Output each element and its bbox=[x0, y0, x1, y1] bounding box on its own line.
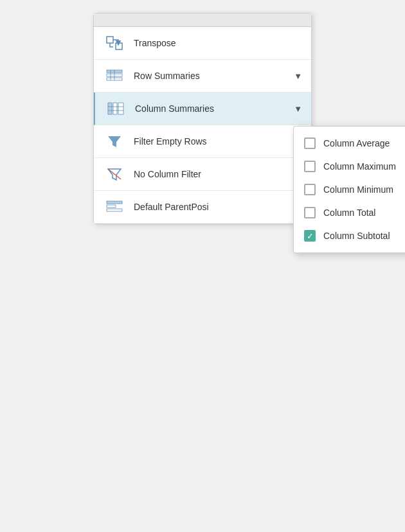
panel-header bbox=[94, 13, 311, 27]
menu-item-no-column-filter[interactable]: No Column Filter bbox=[94, 158, 311, 191]
dropdown-label-column-maximum: Column Maximum bbox=[323, 161, 396, 172]
checkbox-column-average[interactable] bbox=[304, 137, 316, 149]
menu-item-label-no-column-filter: No Column Filter bbox=[134, 169, 302, 179]
svg-line-14 bbox=[108, 169, 121, 179]
svg-rect-9 bbox=[118, 103, 123, 114]
no-filter-icon bbox=[103, 164, 126, 184]
filter-icon bbox=[103, 132, 126, 151]
column-summaries-dropdown: Column AverageColumn MaximumColumn Minim… bbox=[293, 126, 405, 253]
checkbox-column-subtotal[interactable]: ✓ bbox=[304, 230, 316, 242]
svg-rect-17 bbox=[107, 209, 122, 211]
dropdown-item-column-subtotal[interactable]: ✓Column Subtotal bbox=[294, 224, 405, 247]
dropdown-item-column-total[interactable]: Column Total bbox=[294, 201, 405, 224]
column-summaries-icon bbox=[104, 99, 127, 118]
chevron-down-icon: ▼ bbox=[294, 104, 302, 114]
row-summaries-icon bbox=[103, 66, 126, 85]
menu-item-filter-empty-rows[interactable]: Filter Empty Rows bbox=[94, 125, 311, 158]
svg-rect-8 bbox=[113, 103, 117, 114]
menu-item-transpose[interactable]: Transpose bbox=[94, 27, 311, 60]
svg-rect-0 bbox=[107, 37, 113, 43]
menu-item-column-summaries[interactable]: Column Summaries▼ bbox=[94, 93, 311, 125]
dropdown-label-column-average: Column Average bbox=[323, 138, 390, 148]
menu-item-label-column-summaries: Column Summaries bbox=[135, 103, 286, 114]
checkbox-column-maximum[interactable] bbox=[304, 161, 316, 172]
svg-rect-1 bbox=[116, 43, 122, 49]
checkbox-column-total[interactable] bbox=[304, 207, 316, 218]
menu-item-label-row-summaries: Row Summaries bbox=[134, 71, 286, 81]
menu-item-row-summaries[interactable]: Row Summaries▼ bbox=[94, 60, 311, 93]
svg-rect-7 bbox=[108, 103, 112, 114]
dropdown-label-column-subtotal: Column Subtotal bbox=[323, 231, 390, 241]
menu-item-default-parent-position[interactable]: Default ParentPosi bbox=[94, 191, 311, 224]
checkmark-icon: ✓ bbox=[307, 232, 314, 240]
menu-item-label-transpose: Transpose bbox=[134, 38, 302, 48]
menu-item-label-filter-empty-rows: Filter Empty Rows bbox=[134, 136, 302, 146]
dropdown-item-column-maximum[interactable]: Column Maximum bbox=[294, 155, 405, 178]
transpose-icon bbox=[103, 33, 126, 53]
menu-item-label-default-parent-position: Default ParentPosi bbox=[134, 202, 302, 212]
dropdown-label-column-total: Column Total bbox=[323, 208, 375, 218]
svg-rect-15 bbox=[107, 201, 122, 204]
menu-list: Transpose Row Summaries▼ Column Summarie… bbox=[94, 27, 311, 224]
dropdown-label-column-minimum: Column Minimum bbox=[323, 184, 393, 195]
dropdown-item-column-minimum[interactable]: Column Minimum bbox=[294, 178, 405, 201]
rows-columns-panel: Transpose Row Summaries▼ Column Summarie… bbox=[93, 13, 312, 224]
dropdown-item-column-average[interactable]: Column Average bbox=[294, 132, 405, 155]
checkbox-column-minimum[interactable] bbox=[304, 184, 316, 195]
parent-position-icon bbox=[103, 197, 126, 217]
svg-rect-16 bbox=[107, 205, 116, 208]
svg-marker-12 bbox=[108, 136, 121, 147]
chevron-down-icon: ▼ bbox=[294, 71, 302, 81]
